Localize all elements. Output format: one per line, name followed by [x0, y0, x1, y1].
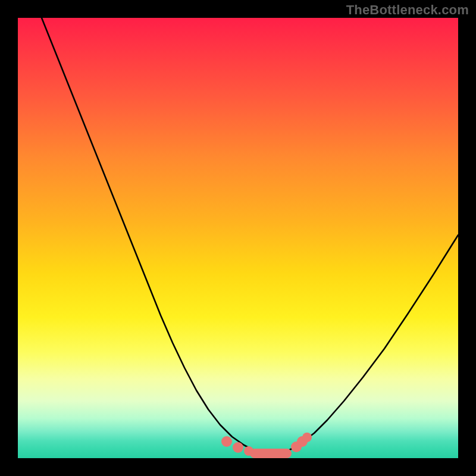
bottleneck-curve	[42, 18, 458, 453]
watermark-text: TheBottleneck.com	[346, 2, 469, 18]
curve-marker	[221, 436, 232, 447]
curve-plateau-marker	[250, 449, 292, 458]
curve-marker	[233, 442, 243, 453]
plot-area	[18, 18, 458, 458]
curve-marker	[302, 433, 312, 442]
chart-svg	[18, 18, 458, 458]
